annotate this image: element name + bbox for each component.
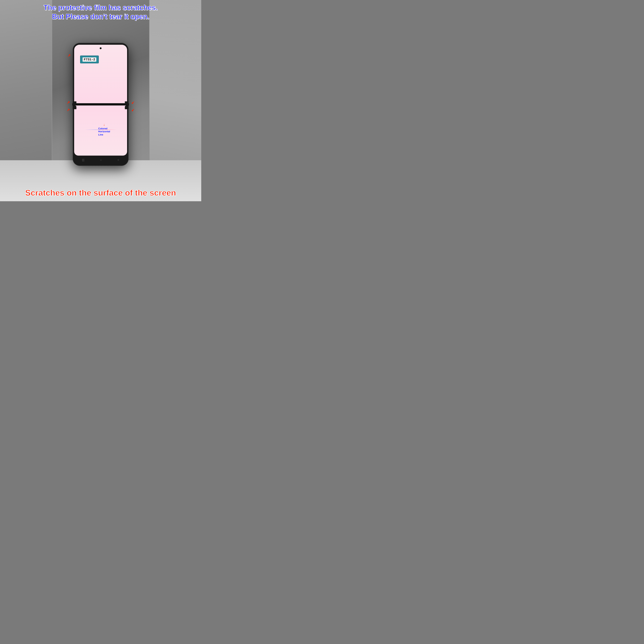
colored-line-label-text2: Horizontal (98, 130, 110, 133)
corner-br (125, 105, 129, 109)
front-camera (100, 47, 102, 49)
top-text-line2: But Please don't tear it open. (35, 12, 166, 21)
arrow-fold-left: ↗ (67, 108, 70, 112)
screen-lower: ↓ Colored Horizontal Line (74, 105, 127, 156)
fold-crease (72, 103, 129, 105)
nav-bar: ||| ○ < (74, 157, 127, 164)
label-text: F731-2 (83, 57, 96, 62)
colored-line-label-text3: Line (98, 133, 110, 136)
corner-tl (73, 101, 76, 105)
arrow-top-left: ↗ (67, 54, 71, 57)
label-sticker: F731-2 (80, 56, 99, 63)
back-icon: < (118, 158, 119, 162)
bottom-annotation: Scratches on the surface of the screen (17, 188, 184, 198)
arrow-mid-right: ↙ (131, 101, 135, 104)
arrow-fold-right: ↙ (131, 108, 135, 112)
phone-device: F731-2 ↓ Colored Horizontal Line ||| (73, 43, 129, 166)
top-annotation: The protective film has scratches. But P… (35, 3, 166, 21)
top-text-line1: The protective film has scratches. (35, 3, 166, 12)
phone-wrapper: F731-2 ↓ Colored Horizontal Line ||| (73, 43, 129, 166)
arrow-mid-left: ↗ (67, 101, 70, 104)
home-icon: ○ (100, 158, 102, 162)
colored-line-arrow: ↓ (98, 123, 110, 127)
colored-line-label-text1: Colored (98, 127, 110, 130)
bottom-text-line1: Scratches on the surface of the screen (17, 188, 184, 198)
screen-upper: F731-2 (74, 45, 127, 105)
corner-bl (73, 105, 76, 109)
recent-apps-icon: ||| (82, 158, 84, 162)
colored-line-annotation: ↓ Colored Horizontal Line (98, 123, 110, 136)
corner-tr (125, 101, 129, 105)
